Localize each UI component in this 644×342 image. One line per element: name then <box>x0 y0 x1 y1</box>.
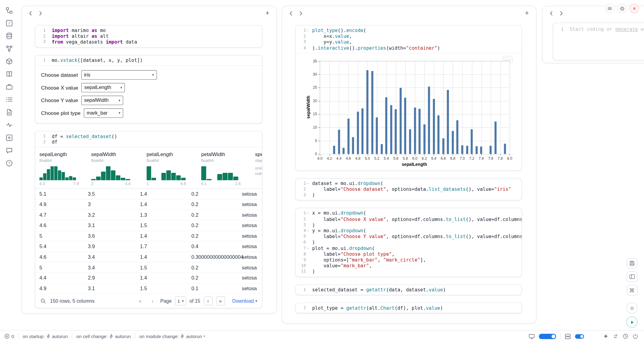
cell-imports[interactable]: 1import marimo as mo2import altair as al… <box>35 25 262 48</box>
packages-icon[interactable] <box>5 57 14 66</box>
keyboard-shortcuts-icon[interactable]: ⌘ <box>627 285 637 296</box>
chat-icon[interactable] <box>5 146 14 155</box>
display-icon[interactable] <box>529 333 535 339</box>
code-editor[interactable]: 1▾x = mo.ui.dropdown(2 label="Choose X v… <box>296 208 522 276</box>
menu-icon[interactable] <box>605 4 614 13</box>
cell-dataset-dropdown[interactable]: 1▾dataset = mo.ui.dropdown(2 label="Choo… <box>295 178 522 201</box>
code-editor[interactable]: 1plot_type = getattr(alt.Chart(df), plot… <box>296 303 522 313</box>
new-cell[interactable]: 1 Start coding or generate with AI <box>553 23 644 60</box>
table-cell: 5 <box>39 233 88 239</box>
autorun-setting[interactable]: on startup:autorun <box>23 334 68 339</box>
column-header[interactable]: speciesobjectunique:nulls: <box>255 151 262 186</box>
generate-with-ai-link[interactable]: generate <box>615 26 638 32</box>
cell-rows-icon[interactable] <box>565 333 571 339</box>
column-stat: nulls: <box>255 171 262 176</box>
cell-vstack[interactable]: 1mo.vstack([dataset, x, y, plot]) Choose… <box>35 55 262 123</box>
cell-plot-type[interactable]: 1plot_type = getattr(alt.Chart(df), plot… <box>295 303 522 313</box>
code-editor[interactable]: 1import marimo as mo2import altair as al… <box>35 26 262 47</box>
dropdown-choose-plot-type[interactable]: mark_bar▾ <box>84 108 123 118</box>
outline-icon[interactable] <box>5 95 14 104</box>
column-header[interactable]: sepalLengthfloat644.37.9 <box>39 151 91 186</box>
column-nav-left-icon[interactable] <box>547 9 555 17</box>
table-row[interactable]: 53.41.50.2setosa <box>35 262 262 273</box>
history-icon[interactable] <box>623 333 628 339</box>
table-row[interactable]: 4.42.91.40.2setosa <box>35 273 262 283</box>
table-row[interactable]: 4.63.41.40.30000000000000004setosa <box>35 252 262 262</box>
power-icon[interactable] <box>632 333 638 339</box>
shutdown-icon[interactable]: × <box>630 4 639 13</box>
layout-icon[interactable] <box>627 271 637 282</box>
code-editor[interactable]: 1df = selected_dataset()2df <box>35 131 262 147</box>
code-editor[interactable]: 1▾plot_type().encode(2 x=x.value,3 y=y.v… <box>296 26 522 53</box>
snippets-icon[interactable] <box>5 82 14 91</box>
table-row[interactable]: 5.43.91.70.4setosa <box>35 241 262 252</box>
run-all-icon[interactable] <box>626 316 637 327</box>
add-cell-button[interactable]: + <box>263 9 271 17</box>
code-editor[interactable]: 1mo.vstack([dataset, x, y, plot]) <box>35 55 262 65</box>
cell-placeholder[interactable]: Start coding or generate with AI <box>570 26 644 32</box>
scratchpad-icon[interactable] <box>5 133 14 142</box>
data-sources-icon[interactable] <box>5 31 14 40</box>
x-tick-label: 5.0 <box>365 156 370 160</box>
last-page-button[interactable]: » <box>216 297 225 306</box>
first-page-button[interactable]: « <box>136 297 145 306</box>
save-icon[interactable] <box>627 258 637 269</box>
table-row[interactable]: 4.73.21.30.2setosa <box>35 210 262 220</box>
fold-icon[interactable]: ▾ <box>306 228 309 234</box>
help-icon[interactable]: ? <box>5 159 14 168</box>
prev-page-button[interactable]: ‹ <box>148 297 157 306</box>
table-cell: 0.30000000000000004 <box>191 254 242 260</box>
table-row[interactable]: 4.931.40.2setosa <box>35 199 262 210</box>
autorun-setting[interactable]: on cell change:autorun <box>77 334 131 339</box>
column-nav-right-icon[interactable] <box>37 9 44 17</box>
fold-icon[interactable]: ▾ <box>306 245 309 251</box>
page-select[interactable]: 1▾ <box>175 297 186 306</box>
autorun-setting[interactable]: on module change:autorun▾ <box>139 334 205 339</box>
file-tree-icon[interactable] <box>5 6 14 15</box>
cell-plot[interactable]: 1▾plot_type().encode(2 x=x.value,3 y=y.v… <box>295 25 522 171</box>
cell-selected-dataset[interactable]: 1selected_dataset = getattr(data, datase… <box>295 284 522 295</box>
column-header[interactable]: petalWidthfloat640.12.5 <box>201 151 255 186</box>
column-header-bar: + <box>282 6 536 20</box>
documentation-icon[interactable] <box>5 69 14 79</box>
download-button[interactable]: Download▾ <box>232 298 257 304</box>
column-header[interactable]: sepalWidthfloat6424.4 <box>91 151 147 186</box>
swap-icon[interactable] <box>613 333 619 339</box>
search-icon[interactable] <box>39 297 47 305</box>
table-row[interactable]: 4.63.11.50.2setosa <box>35 220 262 231</box>
dropdown-choose-dataset[interactable]: iris▾ <box>81 70 157 80</box>
code-line: 5 label="Choose Y value", options=df.col… <box>296 234 517 240</box>
error-indicator[interactable]: 0 <box>4 333 14 339</box>
column-nav-right-icon[interactable] <box>557 9 565 17</box>
fold-icon[interactable]: ▾ <box>306 180 309 186</box>
dropdown-choose-y-value[interactable]: sepalWidth▾ <box>81 96 123 105</box>
column-histogram <box>147 166 186 180</box>
tracing-icon[interactable] <box>5 120 14 130</box>
table-row[interactable]: 53.61.40.2setosa <box>35 231 262 241</box>
table-row[interactable]: 5.13.51.40.2setosa <box>35 189 262 199</box>
fold-icon[interactable]: ▾ <box>306 210 309 216</box>
stop-icon[interactable] <box>626 303 637 314</box>
column-header[interactable]: petalLengthfloat6416.9 <box>147 151 201 186</box>
settings-gear-icon[interactable] <box>617 4 627 13</box>
cell-xy-plot-dropdowns[interactable]: 1▾x = mo.ui.dropdown(2 label="Choose X v… <box>295 208 522 277</box>
code-editor[interactable]: 1▾dataset = mo.ui.dropdown(2 label="Choo… <box>296 179 522 200</box>
chart-bar <box>452 131 454 154</box>
presenter-toggle[interactable] <box>575 334 584 339</box>
cell-dataframe[interactable]: 1df = selected_dataset()2df sepalLengthf… <box>35 131 262 308</box>
dependencies-icon[interactable] <box>5 44 14 53</box>
next-page-button[interactable]: › <box>203 297 213 306</box>
dropdown-choose-x-value[interactable]: sepalLength▾ <box>81 83 125 92</box>
table-row[interactable]: 4.93.11.50.1setosa <box>35 283 262 294</box>
variables-icon[interactable]: f <box>5 19 14 28</box>
code-editor[interactable]: 1selected_dataset = getattr(data, datase… <box>296 285 522 295</box>
fold-icon[interactable]: ▾ <box>306 27 309 33</box>
ai-sparkle-icon[interactable] <box>603 333 609 339</box>
column-nav-right-icon[interactable] <box>297 9 304 17</box>
column-nav-left-icon[interactable] <box>27 9 34 17</box>
add-cell-button[interactable]: + <box>523 9 531 17</box>
svg-text:f: f <box>9 21 10 25</box>
column-nav-left-icon[interactable] <box>287 9 295 17</box>
logs-icon[interactable] <box>5 108 14 117</box>
width-toggle[interactable] <box>539 333 556 339</box>
